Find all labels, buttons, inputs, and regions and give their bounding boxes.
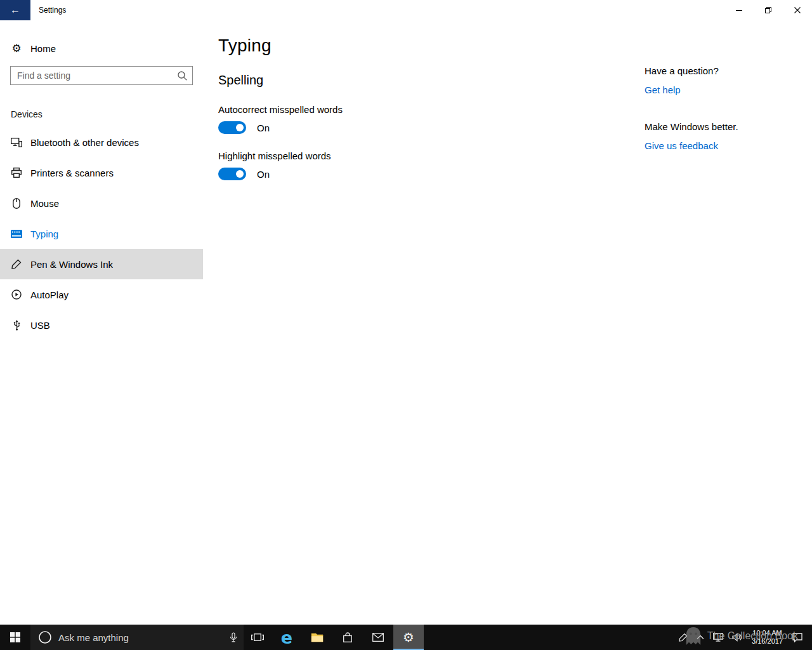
printer-icon xyxy=(11,168,22,178)
edge-icon: e xyxy=(281,629,292,646)
toggle-knob xyxy=(236,170,244,178)
settings-window: ⚙ Home Devices Bluetooth & other devices xyxy=(0,20,812,625)
setting-highlight: Highlight misspelled words On xyxy=(218,150,631,180)
sidebar-item-label: Mouse xyxy=(30,198,59,209)
mouse-icon xyxy=(11,198,22,209)
ink-workspace-icon[interactable] xyxy=(674,625,692,650)
highlight-toggle[interactable] xyxy=(218,168,246,180)
sidebar-item-typing[interactable]: Typing xyxy=(0,218,203,249)
task-view-icon xyxy=(251,632,264,642)
system-tray: 10:04 AM 3/16/2017 xyxy=(674,625,812,650)
task-view-button[interactable] xyxy=(244,625,272,650)
pen-icon xyxy=(11,259,22,269)
cortana-icon xyxy=(38,630,52,644)
store-button[interactable] xyxy=(332,625,363,650)
file-explorer-icon xyxy=(311,632,324,642)
clock-date: 3/16/2017 xyxy=(752,637,783,646)
help-panel: Have a question? Get help Make Windows b… xyxy=(645,20,797,151)
have-a-question-heading: Have a question? xyxy=(645,65,797,76)
bluetooth-devices-icon xyxy=(11,137,22,147)
highlight-label: Highlight misspelled words xyxy=(218,150,631,161)
settings-taskbar-button[interactable]: ⚙ xyxy=(393,625,424,650)
autocorrect-toggle[interactable] xyxy=(218,121,246,134)
microphone-icon[interactable] xyxy=(230,632,237,643)
restore-button[interactable] xyxy=(754,0,783,20)
section-title-spelling: Spelling xyxy=(218,73,631,88)
toggle-knob xyxy=(236,124,244,131)
settings-gear-icon: ⚙ xyxy=(403,631,414,644)
close-icon xyxy=(794,7,801,13)
cortana-search-box[interactable] xyxy=(30,625,244,650)
taskbar-clock[interactable]: 10:04 AM 3/16/2017 xyxy=(747,629,788,646)
sidebar-item-bluetooth[interactable]: Bluetooth & other devices xyxy=(0,127,203,157)
window-title: Settings xyxy=(39,0,66,20)
sidebar-item-label: Typing xyxy=(30,229,58,239)
back-arrow-icon: ← xyxy=(10,4,20,16)
edge-button[interactable]: e xyxy=(272,625,302,650)
volume-icon[interactable] xyxy=(728,625,747,650)
get-help-link[interactable]: Get help xyxy=(645,84,681,95)
sidebar-item-printers[interactable]: Printers & scanners xyxy=(0,157,203,188)
keyboard-icon xyxy=(11,230,22,238)
sidebar: ⚙ Home Devices Bluetooth & other devices xyxy=(0,20,203,625)
sidebar-item-autoplay[interactable]: AutoPlay xyxy=(0,279,203,310)
settings-search-box xyxy=(10,66,193,85)
sidebar-item-label: USB xyxy=(30,320,50,331)
main-content: Typing Spelling Autocorrect misspelled w… xyxy=(218,20,631,180)
mail-button[interactable] xyxy=(363,625,393,650)
taskbar: e ⚙ 10:04 AM 3/16/2017 xyxy=(0,625,812,650)
mail-icon xyxy=(372,633,384,642)
sidebar-nav-list: Bluetooth & other devices Printers & sca… xyxy=(0,127,203,340)
taskbar-search-input[interactable] xyxy=(58,632,230,643)
action-center-icon[interactable] xyxy=(788,625,807,650)
page-title: Typing xyxy=(218,36,631,56)
sidebar-section-header: Devices xyxy=(0,108,203,121)
highlight-toggle-state: On xyxy=(257,169,270,180)
sidebar-item-label: Home xyxy=(30,43,56,54)
clock-time: 10:04 AM xyxy=(752,629,783,637)
sidebar-item-label: Printers & scanners xyxy=(30,168,114,178)
minimize-button[interactable] xyxy=(724,0,754,20)
sidebar-item-label: Bluetooth & other devices xyxy=(30,137,139,148)
setting-autocorrect: Autocorrect misspelled words On xyxy=(218,104,631,134)
sidebar-item-home[interactable]: ⚙ Home xyxy=(0,36,203,61)
give-feedback-link[interactable]: Give us feedback xyxy=(645,140,718,151)
sidebar-item-label: AutoPlay xyxy=(30,289,69,300)
autocorrect-toggle-state: On xyxy=(257,123,270,133)
titlebar: ← Settings xyxy=(0,0,812,20)
gear-icon: ⚙ xyxy=(11,43,22,54)
autocorrect-label: Autocorrect misspelled words xyxy=(218,104,631,115)
windows-logo-icon xyxy=(10,632,20,642)
window-controls xyxy=(724,0,812,20)
sidebar-item-usb[interactable]: USB xyxy=(0,310,203,340)
usb-icon xyxy=(11,320,22,331)
start-button[interactable] xyxy=(0,625,30,650)
store-icon xyxy=(343,632,353,643)
tray-chevron-up-icon[interactable] xyxy=(692,625,709,650)
make-windows-better-heading: Make Windows better. xyxy=(645,121,797,132)
restore-icon xyxy=(765,7,771,13)
minimize-icon xyxy=(736,10,742,11)
sidebar-item-pen-windows-ink[interactable]: Pen & Windows Ink xyxy=(0,249,203,279)
search-input[interactable] xyxy=(11,67,192,84)
sidebar-item-mouse[interactable]: Mouse xyxy=(0,188,203,218)
back-button[interactable]: ← xyxy=(0,0,30,20)
sidebar-item-label: Pen & Windows Ink xyxy=(30,259,113,270)
network-icon[interactable] xyxy=(709,625,728,650)
close-button[interactable] xyxy=(783,0,812,20)
file-explorer-button[interactable] xyxy=(302,625,332,650)
autoplay-icon xyxy=(11,289,22,300)
